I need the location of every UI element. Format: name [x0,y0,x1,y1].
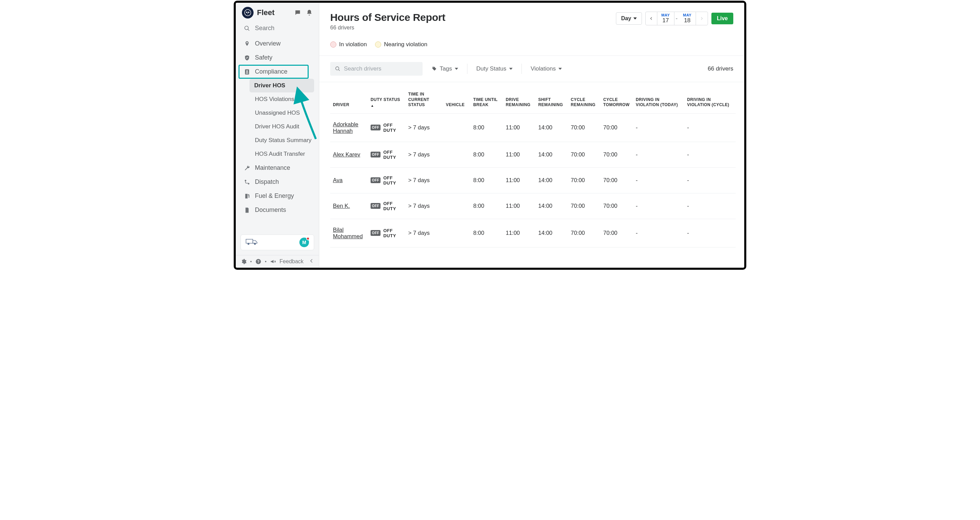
divider-dot: • [265,259,267,264]
sidebar-item-dispatch[interactable]: Dispatch [236,175,319,189]
date-to[interactable]: MAY 18 [679,12,696,25]
cell-vehicle [443,142,471,167]
cell-cycle-tomorrow: 70:00 [601,142,633,167]
divider-dot: • [250,259,252,264]
svg-text:?: ? [257,260,259,263]
sidebar: Fleet Search Overview Safety [236,3,319,268]
page-subtitle: 66 drivers [330,25,445,31]
hos-table: DRIVER DUTY STATUS▲ TIME IN CURRENT STAT… [330,82,736,247]
cell-violation-cycle: - [684,193,736,219]
live-button[interactable]: Live [711,13,733,24]
sidebar-sub-driver-hos[interactable]: Driver HOS [250,79,314,93]
cell-violation-today: - [633,193,684,219]
chevron-right-icon [700,16,704,21]
cell-duty-status: OFFOFF DUTY [368,219,406,247]
route-icon [244,179,250,185]
chat-icon[interactable] [294,9,301,16]
search-drivers-input[interactable] [330,62,423,76]
cell-violation-cycle: - [684,219,736,247]
sidebar-sub-hos-audit-transfer[interactable]: HOS Audit Transfer [236,147,319,161]
svg-point-7 [254,243,256,245]
legend-nearing-violation: Nearing violation [375,41,427,48]
notification-dot [306,237,310,240]
th-time-in-status[interactable]: TIME IN CURRENT STATUS [406,82,443,113]
filter-tags[interactable]: Tags [431,63,458,74]
location-icon [244,41,250,47]
cell-time-until-break: 8:00 [471,167,503,193]
cell-violation-cycle: - [684,167,736,193]
sidebar-item-compliance[interactable]: Compliance [239,65,309,79]
chevron-left-icon [649,16,653,21]
svg-point-3 [245,180,247,182]
duty-label: OFF DUTY [383,175,403,185]
cell-violation-today: - [633,113,684,142]
filter-duty-status[interactable]: Duty Status [476,63,512,74]
th-violation-cycle[interactable]: DRIVING IN VIOLATION (CYCLE) [684,82,736,113]
sidebar-item-overview[interactable]: Overview [236,37,319,51]
period-selector[interactable]: Day [616,12,641,25]
cell-violation-cycle: - [684,142,736,167]
feedback-label[interactable]: Feedback [280,258,304,265]
gear-icon[interactable] [240,258,247,265]
cell-drive-remaining: 11:00 [503,219,536,247]
cell-duty-status: OFFOFF DUTY [368,142,406,167]
cell-shift-remaining: 14:00 [536,167,568,193]
th-duty-status[interactable]: DUTY STATUS▲ [368,82,406,113]
cell-cycle-remaining: 70:00 [568,219,601,247]
date-from[interactable]: MAY 17 [657,12,675,25]
date-range-dash: - [675,12,679,25]
duty-label: OFF DUTY [383,150,403,160]
sidebar-collapse-button[interactable] [309,258,314,265]
sidebar-sub-driver-hos-audit[interactable]: Driver HOS Audit [236,120,319,134]
driver-link[interactable]: Ben K. [333,203,350,209]
th-cycle-tomorrow[interactable]: CYCLE TOMORROW [601,82,633,113]
driver-link[interactable]: Ava [333,177,342,183]
cell-cycle-remaining: 70:00 [568,167,601,193]
sidebar-item-documents[interactable]: Documents [236,203,319,217]
cell-duty-status: OFFOFF DUTY [368,193,406,219]
legend-row: In violation Nearing violation [319,31,744,56]
date-next-button[interactable] [696,12,708,25]
cell-time-until-break: 8:00 [471,113,503,142]
cell-duty-status: OFFOFF DUTY [368,167,406,193]
cell-shift-remaining: 14:00 [536,219,568,247]
sidebar-item-fuel-energy[interactable]: Fuel & Energy [236,189,319,203]
sidebar-sub-unassigned-hos[interactable]: Unassigned HOS [236,106,319,120]
cell-time-until-break: 8:00 [471,219,503,247]
th-drive-remaining[interactable]: DRIVE REMAINING [503,82,536,113]
swatch-red [330,41,336,48]
sidebar-item-maintenance[interactable]: Maintenance [236,161,319,175]
th-vehicle[interactable]: VEHICLE [443,82,471,113]
cell-violation-cycle: - [684,113,736,142]
sidebar-search[interactable]: Search [236,21,319,37]
sidebar-sub-duty-status-summary[interactable]: Duty Status Summary [236,134,319,147]
cell-vehicle [443,219,471,247]
th-shift-remaining[interactable]: SHIFT REMAINING [536,82,568,113]
date-range-picker[interactable]: MAY 17 - MAY 18 [645,12,708,26]
search-icon [335,66,340,72]
megaphone-icon[interactable] [270,258,276,265]
sidebar-item-safety[interactable]: Safety [236,51,319,65]
cell-time-until-break: 8:00 [471,193,503,219]
driver-link[interactable]: Alex Karev [333,151,360,158]
driver-link[interactable]: Bilal Mohammed [333,227,363,239]
date-prev-button[interactable] [646,12,657,25]
sidebar-summary-widget[interactable]: M [240,234,314,250]
product-logo[interactable] [242,7,253,19]
cell-time-in-status: > 7 days [406,167,443,193]
th-cycle-remaining[interactable]: CYCLE REMAINING [568,82,601,113]
duty-badge: OFF [371,152,380,158]
avatar[interactable]: M [299,238,309,247]
filter-violations[interactable]: Violations [531,63,562,74]
th-time-until-break[interactable]: TIME UNTIL BREAK [471,82,503,113]
bell-icon[interactable] [306,9,313,16]
cell-drive-remaining: 11:00 [503,142,536,167]
driver-link[interactable]: Adorkable Hannah [333,121,358,134]
cell-shift-remaining: 14:00 [536,113,568,142]
help-icon[interactable]: ? [255,258,261,265]
sidebar-sub-hos-violations[interactable]: HOS Violations [236,93,319,106]
th-violation-today[interactable]: DRIVING IN VIOLATION (TODAY) [633,82,684,113]
caret-down-icon [455,68,458,70]
th-driver[interactable]: DRIVER [330,82,368,113]
table-row: Ben K.OFFOFF DUTY> 7 days8:0011:0014:007… [330,193,736,219]
